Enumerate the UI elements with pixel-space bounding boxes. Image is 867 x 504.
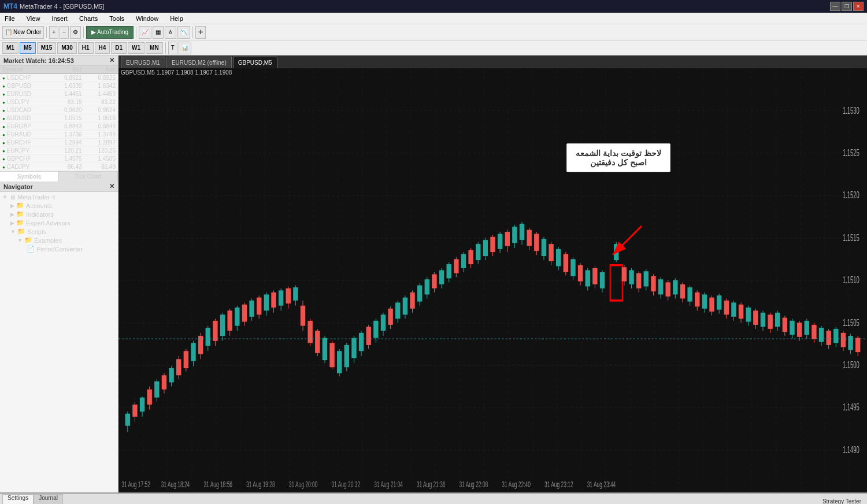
chart-zoom-out-button[interactable]: − xyxy=(60,26,69,39)
market-watch-row[interactable]: ● EURCHF 1.2894 1.2897 xyxy=(0,139,118,147)
indicators-button[interactable]: 📈 xyxy=(139,26,151,39)
menu-charts[interactable]: Charts xyxy=(77,14,100,23)
nav-item-metatrader4[interactable]: ▼ 🖥 MetaTrader 4 xyxy=(1,193,117,201)
period-m30[interactable]: M30 xyxy=(57,42,76,54)
bar-chart-button[interactable]: ▦ xyxy=(153,26,164,39)
market-watch-row[interactable]: ● GBPCHF 1.4575 1.4585 xyxy=(0,155,118,163)
svg-rect-207 xyxy=(841,333,846,347)
nav-item-expert-advisors[interactable]: ▶ 📁 Expert Advisors xyxy=(1,218,117,227)
period-d1[interactable]: D1 xyxy=(111,42,127,54)
market-watch-row[interactable]: ● EURAUD 1.3736 1.3748 xyxy=(0,131,118,139)
svg-text:31 Aug 18:24: 31 Aug 18:24 xyxy=(161,480,190,489)
svg-rect-199 xyxy=(812,325,816,339)
autotrading-icon: ▶ xyxy=(91,29,96,35)
mw-symbol: ● GBPUSD xyxy=(0,82,50,90)
market-watch-title: Market Watch: 16:24:53 xyxy=(3,57,74,64)
svg-rect-211 xyxy=(855,338,860,352)
nav-item-indicators[interactable]: ▶ 📁 Indicators xyxy=(1,210,117,218)
market-watch-row[interactable]: ● EURGBP 0.8843 0.8846 xyxy=(0,123,118,131)
chart-svg: 31 Aug 17:52 31 Aug 18:24 31 Aug 18:56 3… xyxy=(118,68,867,492)
tab-journal[interactable]: Journal xyxy=(34,494,63,504)
properties-button[interactable]: ⚙ xyxy=(70,26,81,39)
svg-rect-74 xyxy=(351,338,356,358)
market-watch-close-icon[interactable]: ✕ xyxy=(109,57,114,64)
mw-ask: 83.22 xyxy=(84,98,118,106)
nav-item-scripts[interactable]: ▼ 📁 Scripts xyxy=(1,227,117,236)
svg-rect-181 xyxy=(746,307,750,321)
svg-rect-209 xyxy=(848,336,853,350)
market-watch-row[interactable]: ● USDCAD 0.9620 0.9624 xyxy=(0,106,118,114)
menu-window[interactable]: Window xyxy=(134,14,161,23)
svg-rect-50 xyxy=(264,294,269,310)
chart-tab-gbpusdm5[interactable]: GBPUSD,M5 xyxy=(233,57,277,68)
period-h4[interactable]: H4 xyxy=(95,42,110,54)
svg-rect-153 xyxy=(644,271,649,286)
nav-ea-expand-icon: ▶ xyxy=(10,220,14,226)
mw-bid: 0.8843 xyxy=(50,123,84,131)
svg-text:1.1500: 1.1500 xyxy=(843,360,859,370)
mw-tab-symbols[interactable]: Symbols xyxy=(0,172,59,181)
svg-rect-106 xyxy=(468,250,473,264)
period-mn[interactable]: MN xyxy=(146,42,163,54)
chart-tab-eurusdm1[interactable]: EURUSD,M1 xyxy=(121,57,165,68)
toolbar-separator xyxy=(46,27,47,38)
period-w1[interactable]: W1 xyxy=(128,42,144,54)
mw-col-bid: Bid xyxy=(50,66,84,74)
menu-file[interactable]: File xyxy=(2,14,17,23)
svg-rect-72 xyxy=(344,345,349,367)
svg-rect-163 xyxy=(680,284,685,298)
period-m5[interactable]: M5 xyxy=(20,42,36,54)
svg-rect-102 xyxy=(454,259,458,273)
svg-rect-46 xyxy=(249,301,254,317)
menu-insert[interactable]: Insert xyxy=(49,14,70,23)
autotrading-button[interactable]: ▶ AutoTrading xyxy=(86,26,134,39)
new-order-icon: 📋 xyxy=(5,29,12,35)
market-watch-row[interactable]: ● AUDUSD 1.0515 1.0518 xyxy=(0,114,118,123)
market-watch-row[interactable]: ● EURJPY 120.21 120.25 xyxy=(0,147,118,155)
navigator-title: Navigator xyxy=(3,183,33,190)
svg-rect-179 xyxy=(739,305,743,318)
candle-chart-button[interactable]: 🕯 xyxy=(165,26,176,39)
nav-item-accounts[interactable]: ▶ 📁 Accounts xyxy=(1,201,117,210)
chart-tab-eurusdm2[interactable]: EURUSD,M2 (offline) xyxy=(166,57,232,68)
market-watch-row[interactable]: ● USDJPY 83.19 83.22 xyxy=(0,98,118,106)
svg-rect-138 xyxy=(586,270,590,287)
tab-settings[interactable]: Settings xyxy=(2,494,34,504)
crosshair-button[interactable]: ✛ xyxy=(195,26,206,39)
svg-rect-187 xyxy=(768,314,772,328)
menu-help[interactable]: Help xyxy=(168,14,186,23)
svg-rect-62 xyxy=(307,321,312,343)
menu-view[interactable]: View xyxy=(24,14,43,23)
market-watch-row[interactable]: ● GBPUSD 1.6339 1.6342 xyxy=(0,82,118,90)
svg-text:31 Aug 23:44: 31 Aug 23:44 xyxy=(587,480,616,489)
period-m1[interactable]: M1 xyxy=(2,42,18,54)
svg-line-235 xyxy=(613,226,642,255)
nav-ea-label: Expert Advisors xyxy=(26,220,70,227)
chart-zoom-in-button[interactable]: + xyxy=(49,26,58,39)
period-m15[interactable]: M15 xyxy=(37,42,56,54)
minimize-button[interactable]: — xyxy=(830,2,840,11)
mw-ask: 1.4453 xyxy=(84,90,118,98)
template-button[interactable]: T xyxy=(168,42,177,54)
chart-canvas: GBPUSD,M5 1.1907 1.1908 1.1907 1.1908 xyxy=(118,68,867,492)
mw-tab-tick[interactable]: Tick Chart xyxy=(59,172,118,181)
market-watch-row[interactable]: ● CADJPY 86.43 86.49 xyxy=(0,163,118,171)
svg-rect-18 xyxy=(147,390,151,405)
market-watch-row[interactable]: ● EURUSD 1.4451 1.4453 xyxy=(0,90,118,98)
close-button[interactable]: ✕ xyxy=(853,2,864,11)
svg-rect-36 xyxy=(213,321,217,341)
svg-text:31 Aug 20:00: 31 Aug 20:00 xyxy=(289,480,318,489)
menu-tools[interactable]: Tools xyxy=(107,14,127,23)
nav-item-period-converter[interactable]: 📄 PeriodConverter xyxy=(1,244,117,253)
svg-rect-28 xyxy=(184,351,188,368)
nav-indicators-label: Indicators xyxy=(26,211,54,218)
line-chart-button[interactable]: 📉 xyxy=(177,26,190,39)
navigator-close-icon[interactable]: ✕ xyxy=(109,183,114,190)
svg-rect-128 xyxy=(549,244,553,261)
nav-item-examples[interactable]: ▼ 📁 Examples xyxy=(1,236,117,244)
period-h1[interactable]: H1 xyxy=(78,42,94,54)
indicator-list-button[interactable]: 📊 xyxy=(179,42,191,54)
market-watch-row[interactable]: ● USDCHF 0.8921 0.8925 xyxy=(0,74,118,82)
restore-button[interactable]: ❐ xyxy=(842,2,852,11)
new-order-button[interactable]: 📋 New Order xyxy=(2,26,44,39)
